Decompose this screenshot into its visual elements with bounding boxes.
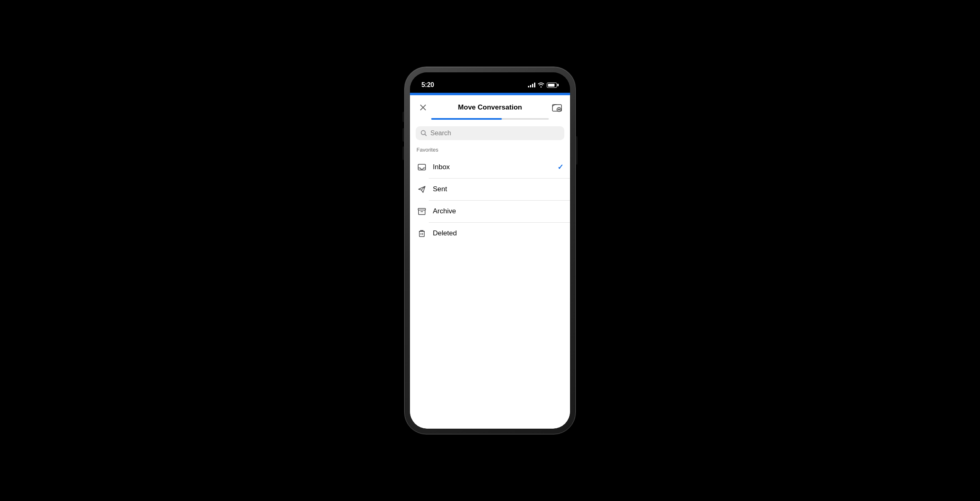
inbox-label: Inbox — [433, 163, 552, 171]
deleted-label: Deleted — [433, 229, 564, 237]
status-icons — [528, 83, 559, 88]
screen-body: Move Conversation — [410, 93, 570, 429]
list-item-deleted[interactable]: Deleted — [410, 222, 570, 244]
status-bar: 5:20 — [410, 72, 570, 93]
sent-icon — [416, 184, 427, 195]
search-container — [410, 123, 570, 145]
mail-items-list: Inbox ✓ Sent — [410, 156, 570, 244]
progress-bar — [431, 118, 549, 120]
progress-fill — [431, 118, 502, 120]
modal-title: Move Conversation — [430, 103, 550, 112]
modal-header: Move Conversation — [410, 95, 570, 116]
phone-screen: 5:20 — [410, 72, 570, 429]
list-item-sent[interactable]: Sent — [410, 178, 570, 200]
signal-icon — [528, 83, 535, 87]
phone-device: 5:20 — [404, 67, 576, 434]
list-item-archive[interactable]: Archive — [410, 200, 570, 222]
progress-bar-container — [410, 116, 570, 123]
app-content: Move Conversation — [410, 95, 570, 429]
inbox-icon — [416, 162, 427, 172]
trash-icon — [416, 228, 427, 239]
list-item-inbox[interactable]: Inbox ✓ — [410, 156, 570, 178]
close-button[interactable] — [416, 101, 430, 114]
favorites-section-label: Favorites — [410, 145, 570, 156]
dynamic-island — [483, 77, 497, 83]
svg-line-7 — [425, 134, 427, 136]
inbox-checkmark: ✓ — [557, 163, 564, 172]
wifi-icon — [538, 83, 544, 87]
archive-icon — [416, 206, 427, 217]
search-input[interactable] — [430, 130, 559, 137]
sent-label: Sent — [433, 185, 564, 193]
battery-icon — [547, 83, 559, 88]
search-bar[interactable] — [416, 126, 564, 140]
status-time: 5:20 — [421, 81, 434, 89]
new-folder-button[interactable] — [550, 101, 564, 114]
search-icon — [421, 130, 427, 136]
archive-label: Archive — [433, 207, 564, 215]
svg-rect-13 — [419, 231, 424, 237]
svg-rect-10 — [418, 208, 425, 210]
